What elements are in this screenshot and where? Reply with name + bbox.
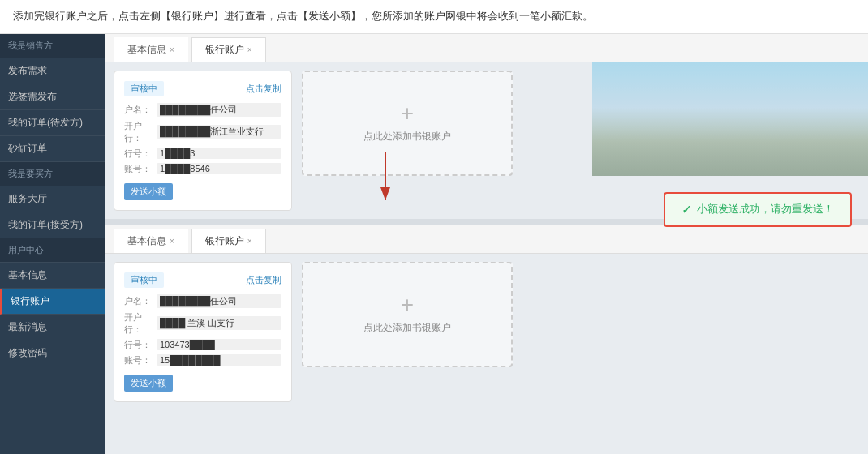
- check-icon: ✓: [681, 202, 692, 217]
- sidebar-section-buyer: 我是要买方: [0, 162, 105, 186]
- bank-card-2: 审核中 点击复制 户名： ████████任公司 开户行： ████ 兰溪 山支…: [114, 262, 292, 402]
- sidebar-item-bank-account[interactable]: 银行账户: [0, 289, 105, 315]
- bank-field-bank-1: 开户行： ████████浙江兰业支行: [124, 120, 281, 144]
- sidebar-item-select-sign[interactable]: 选签需发布: [0, 84, 105, 110]
- add-card-label-1: 点此处添加书银账户: [363, 130, 451, 143]
- bank-field-name-2: 户名： ████████任公司: [124, 294, 281, 308]
- tabs-row-2: 基本信息 × 银行账户 ×: [105, 225, 868, 254]
- add-card-placeholder-2[interactable]: + 点此处添加书银账户: [302, 262, 513, 367]
- bank-cards-row-2: 审核中 点击复制 户名： ████████任公司 开户行： ████ 兰溪 山支…: [114, 262, 860, 402]
- click-verify-link-2[interactable]: 点击复制: [246, 274, 281, 286]
- bank-card-1: 审核中 点击复制 户名： ████████任公司 开户行： ████████浙江…: [114, 71, 292, 211]
- success-message: ✓ 小额发送成功，请勿重发送！: [664, 192, 852, 227]
- add-card-label-2: 点此处添加书银账户: [363, 321, 451, 335]
- bank-card-1-header: 审核中 点击复制: [124, 81, 281, 96]
- send-small-btn-2[interactable]: 发送小额: [124, 375, 173, 392]
- tabs-row-1: 基本信息 × 银行账户 ×: [105, 34, 868, 62]
- sidebar-item-change-password[interactable]: 修改密码: [0, 340, 105, 366]
- audit-badge-2: 审核中: [124, 272, 164, 288]
- sidebar-item-basic-info[interactable]: 基本信息: [0, 263, 105, 289]
- tab-close-1[interactable]: ×: [170, 45, 174, 54]
- tab-label-2b: 银行账户: [205, 234, 244, 248]
- plus-icon-1: +: [401, 102, 414, 125]
- sidebar-item-latest-news[interactable]: 最新消息: [0, 315, 105, 340]
- bank-card-2-header: 审核中 点击复制: [124, 272, 281, 288]
- send-small-btn-1[interactable]: 发送小额: [124, 183, 173, 200]
- tab-label: 基本信息: [127, 43, 166, 57]
- bank-field-account-1: 账号： 1████8546: [124, 163, 281, 175]
- tab-basic-info-1[interactable]: 基本信息 ×: [114, 37, 188, 62]
- sidebar-item-service-hall[interactable]: 服务大厅: [0, 186, 105, 212]
- tab-label: 银行账户: [205, 43, 244, 57]
- bank-field-bank-2: 开户行： ████ 兰溪 山支行: [124, 311, 281, 336]
- main-layout: 我是销售方 发布需求 选签需发布 我的订单(待发方) 砂缸订单 我是要买方 服务…: [0, 34, 868, 454]
- bank-field-name-1: 户名： ████████任公司: [124, 103, 281, 117]
- audit-badge-1: 审核中: [124, 81, 164, 96]
- sidebar-item-publish[interactable]: 发布需求: [0, 58, 105, 84]
- sidebar-section-seller: 我是销售方: [0, 34, 105, 58]
- sidebar-item-myorder-buyer[interactable]: 我的订单(接受方): [0, 212, 105, 238]
- content-area: 基本信息 × 银行账户 × 审核中: [105, 34, 868, 454]
- panel-1: 审核中 点击复制 户名： ████████任公司 开户行： ████████浙江…: [105, 62, 868, 219]
- sidebar: 我是销售方 发布需求 选签需发布 我的订单(待发方) 砂缸订单 我是要买方 服务…: [0, 34, 105, 454]
- bg-city-image: [592, 62, 868, 176]
- tab-bank-account-2[interactable]: 银行账户 ×: [191, 229, 266, 253]
- plus-icon-2: +: [401, 293, 414, 316]
- sidebar-item-myorder-seller[interactable]: 我的订单(待发方): [0, 110, 105, 136]
- success-text: 小额发送成功，请勿重发送！: [697, 202, 834, 216]
- panels-container: 审核中 点击复制 户名： ████████任公司 开户行： ████████浙江…: [105, 62, 868, 454]
- tab-basic-info-2[interactable]: 基本信息 ×: [114, 229, 188, 253]
- tab-close-4[interactable]: ×: [247, 237, 252, 246]
- sidebar-section-usercenter: 用户中心: [0, 238, 105, 263]
- add-card-placeholder-1[interactable]: + 点此处添加书银账户: [302, 71, 513, 176]
- tab-bank-account-1[interactable]: 银行账户 ×: [191, 37, 266, 62]
- tab-close-3[interactable]: ×: [170, 237, 174, 246]
- bank-field-code-2: 行号： 103473████: [124, 339, 281, 351]
- click-verify-link-1[interactable]: 点击复制: [246, 83, 281, 95]
- bank-field-account-2: 账号： 15████████: [124, 354, 281, 366]
- instruction-bar: 添加完银行账户之后，点击左侧【银行账户】进行查看，点击【发送小额】，您所添加的账…: [0, 0, 868, 34]
- city-bg: [592, 62, 868, 176]
- sidebar-item-sand-order[interactable]: 砂缸订单: [0, 136, 105, 162]
- instruction-text: 添加完银行账户之后，点击左侧【银行账户】进行查看，点击【发送小额】，您所添加的账…: [13, 10, 593, 22]
- panel-2: 审核中 点击复制 户名： ████████任公司 开户行： ████ 兰溪 山支…: [105, 254, 868, 410]
- tab-close-2[interactable]: ×: [247, 45, 252, 54]
- tab-label-2a: 基本信息: [127, 234, 166, 248]
- bank-field-code-1: 行号： 1████3: [124, 148, 281, 160]
